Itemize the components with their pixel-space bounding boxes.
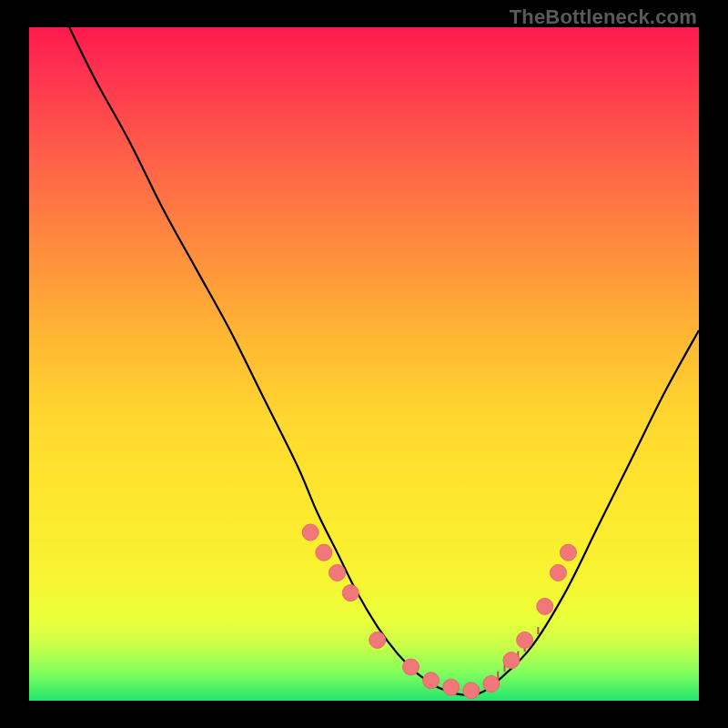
- highlight-dot: [302, 524, 318, 541]
- highlight-dot: [316, 544, 332, 561]
- highlight-dot: [342, 585, 359, 602]
- highlight-dot: [517, 632, 533, 648]
- highlight-dot: [560, 544, 576, 561]
- highlight-dot: [329, 564, 346, 581]
- highlight-dot: [403, 659, 420, 675]
- bottleneck-svg: [29, 27, 699, 701]
- chart-frame: TheBottleneck.com: [0, 0, 728, 728]
- watermark-text: TheBottleneck.com: [510, 5, 697, 29]
- highlight-dot: [537, 598, 553, 614]
- highlight-dot: [483, 676, 500, 693]
- bottleneck-curve: [69, 27, 699, 695]
- highlight-dot: [550, 564, 566, 581]
- highlight-dot: [369, 632, 386, 648]
- plot-area: [29, 27, 699, 701]
- highlight-dots: [302, 524, 576, 699]
- highlight-dot: [463, 682, 480, 699]
- highlight-dot: [423, 672, 440, 689]
- highlight-dot: [443, 679, 460, 695]
- highlight-dot: [503, 652, 520, 669]
